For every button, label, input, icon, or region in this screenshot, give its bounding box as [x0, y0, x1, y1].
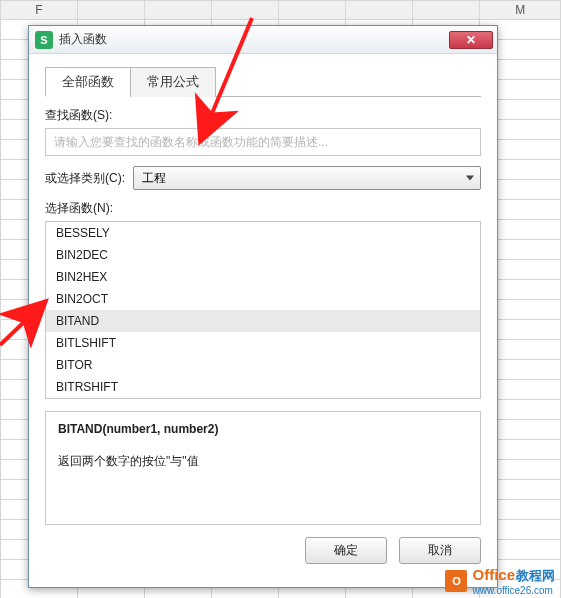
close-icon: ✕ — [466, 33, 476, 47]
dialog-title: 插入函数 — [59, 31, 449, 48]
close-button[interactable]: ✕ — [449, 31, 493, 49]
cancel-button[interactable]: 取消 — [399, 537, 481, 564]
function-item[interactable]: BITLSHIFT — [46, 332, 480, 354]
function-item[interactable]: BITOR — [46, 354, 480, 376]
col-header[interactable] — [78, 1, 145, 20]
watermark-icon: O — [445, 570, 467, 592]
search-input[interactable] — [45, 128, 481, 156]
col-header[interactable] — [413, 1, 480, 20]
function-signature: BITAND(number1, number2) — [58, 422, 468, 436]
col-header[interactable]: F — [1, 1, 78, 20]
titlebar: S 插入函数 ✕ — [29, 26, 497, 54]
function-item[interactable]: BIN2DEC — [46, 244, 480, 266]
tabs: 全部函数 常用公式 — [45, 66, 481, 97]
function-item[interactable]: BESSELY — [46, 222, 480, 244]
category-select[interactable]: 工程 — [133, 166, 481, 190]
function-list[interactable]: BESSELYBIN2DECBIN2HEXBIN2OCTBITANDBITLSH… — [45, 221, 481, 399]
app-icon: S — [35, 31, 53, 49]
chevron-down-icon — [466, 176, 474, 181]
col-header[interactable] — [279, 1, 346, 20]
ok-button[interactable]: 确定 — [305, 537, 387, 564]
col-header[interactable] — [212, 1, 279, 20]
function-list-label: 选择函数(N): — [45, 200, 481, 217]
function-item[interactable]: BIN2OCT — [46, 288, 480, 310]
category-value: 工程 — [142, 170, 166, 187]
function-description-box: BITAND(number1, number2) 返回两个数字的按位"与"值 — [45, 411, 481, 525]
col-header[interactable] — [346, 1, 413, 20]
search-label: 查找函数(S): — [45, 107, 481, 124]
col-header[interactable] — [145, 1, 212, 20]
function-item[interactable]: BIN2HEX — [46, 266, 480, 288]
tab-all-functions[interactable]: 全部函数 — [45, 67, 131, 97]
watermark: O Office 教程网 www.office26.com — [445, 566, 555, 596]
tab-common-formulas[interactable]: 常用公式 — [130, 67, 216, 97]
category-label: 或选择类别(C): — [45, 170, 125, 187]
watermark-url: www.office26.com — [472, 585, 555, 596]
function-item[interactable]: BITRSHIFT — [46, 376, 480, 398]
watermark-brand: Office — [472, 566, 515, 583]
function-description: 返回两个数字的按位"与"值 — [58, 452, 468, 471]
function-item[interactable]: BITAND — [46, 310, 480, 332]
col-header[interactable]: M — [480, 1, 561, 20]
insert-function-dialog: S 插入函数 ✕ 全部函数 常用公式 查找函数(S): 或选择类别(C): 工程… — [28, 25, 498, 588]
watermark-suffix: 教程网 — [516, 567, 555, 585]
